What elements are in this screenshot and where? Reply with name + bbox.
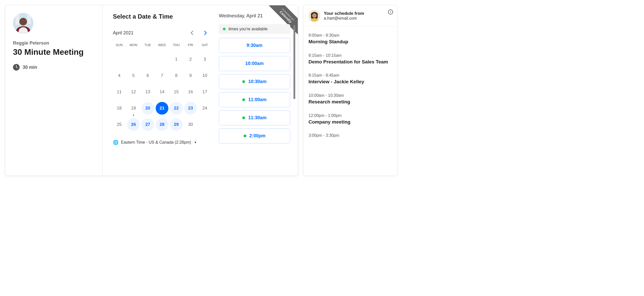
calendar-day: 1 xyxy=(170,53,183,66)
day-of-week-header: FRI xyxy=(184,41,197,50)
time-slot[interactable]: 10:00am xyxy=(219,56,290,71)
event-time: 9:00am - 9:30am xyxy=(308,33,392,38)
panel-title: Select a Date & Time xyxy=(113,13,211,20)
schedule-event: 9:15am - 9:45amInterview - Jackie Kelley xyxy=(308,69,392,89)
availability-hint: times you're available xyxy=(219,24,290,34)
time-slot-label: 10:00am xyxy=(245,61,264,66)
calendar-day: 25 xyxy=(113,118,126,131)
day-of-week-header: THU xyxy=(170,41,183,50)
calendar-day[interactable]: 27 xyxy=(141,118,154,131)
event-title: Demo Presentation for Sales Team xyxy=(308,59,392,65)
scrollbar-thumb[interactable] xyxy=(293,25,295,99)
available-dot-icon xyxy=(242,98,245,101)
caret-down-icon: ▼ xyxy=(194,141,197,144)
time-slot-label: 11:00am xyxy=(248,97,266,102)
calendar-day[interactable]: 26 xyxy=(127,118,140,131)
event-title: Research meeting xyxy=(308,99,392,105)
calendar-day: 6 xyxy=(141,69,154,82)
svg-rect-1 xyxy=(16,15,19,25)
time-slot[interactable]: 9:30am xyxy=(219,38,290,53)
avatar-icon xyxy=(13,13,33,33)
times-column: Wednesday, April 21 times you're availab… xyxy=(219,13,290,168)
availability-hint-label: times you're available xyxy=(229,27,267,31)
calendar-day: 11 xyxy=(113,86,126,98)
calendar-day: 3 xyxy=(198,53,211,66)
calendar-day: 7 xyxy=(156,69,168,82)
duration-label: 30 min xyxy=(23,65,37,70)
meeting-title: 30 Minute Meeting xyxy=(13,47,95,57)
day-of-week-header: SUN xyxy=(113,41,126,50)
calendar-day: 16 xyxy=(184,86,197,98)
calendar-day: 24 xyxy=(198,102,211,115)
calendar-day: 14 xyxy=(156,86,168,98)
schedule-event: 9:00am - 9:30amMorning Standup xyxy=(308,29,392,49)
schedule-event: 3:00pm - 3:30pm xyxy=(308,129,392,143)
duration-row: 30 min xyxy=(13,64,95,71)
calendar-day: 2 xyxy=(184,53,197,66)
calendar-day: 17 xyxy=(198,86,211,98)
calendar-day: 10 xyxy=(198,69,211,82)
chevron-left-icon xyxy=(190,31,193,35)
event-time: 10:00am - 10:30am xyxy=(308,93,392,98)
schedule-card: Your schedule from a.hart@email.com i 9:… xyxy=(303,5,397,176)
next-month-button[interactable] xyxy=(203,30,209,36)
available-dot-icon xyxy=(242,116,245,119)
info-icon[interactable]: i xyxy=(388,9,393,15)
calendar-day: 19 xyxy=(127,102,140,115)
calendar-day[interactable]: 28 xyxy=(156,118,168,131)
calendar-day[interactable]: 22 xyxy=(170,102,183,115)
svg-point-3 xyxy=(19,18,27,25)
time-slot[interactable]: 2:00pm xyxy=(219,128,290,143)
available-dot-icon xyxy=(244,134,246,137)
time-slot-list: 9:30am10:00am10:30am11:00am11:30am2:00pm xyxy=(219,38,290,143)
event-time: 3:00pm - 3:30pm xyxy=(308,133,392,138)
day-of-week-header: WED xyxy=(156,41,168,50)
calendar-day[interactable]: 21 xyxy=(156,102,168,115)
prev-month-button[interactable] xyxy=(189,30,195,36)
host-name: Reggie Peterson xyxy=(13,41,95,46)
host-avatar xyxy=(13,13,33,33)
calendar-day: 15 xyxy=(170,86,183,98)
schedule-event: 9:15am - 10:15amDemo Presentation for Sa… xyxy=(308,49,392,69)
schedule-event: 10:00am - 10:30amResearch meeting xyxy=(308,89,392,109)
event-time: 12:00pm - 1:00pm xyxy=(308,113,392,118)
schedule-header: Your schedule from a.hart@email.com i xyxy=(303,5,397,26)
calendar-day: 8 xyxy=(170,69,183,82)
meeting-info-panel: Reggie Peterson 30 Minute Meeting 30 min xyxy=(5,5,103,176)
calendar-day[interactable]: 29 xyxy=(170,118,183,131)
available-dot-icon xyxy=(223,28,225,30)
timezone-selector[interactable]: 🌐 Eastern Time - US & Canada (2:28pm) ▼ xyxy=(113,140,211,145)
svg-rect-2 xyxy=(27,14,31,24)
time-slot[interactable]: 11:30am xyxy=(219,110,290,125)
time-slot[interactable]: 10:30am xyxy=(219,74,290,89)
calendar-day: 4 xyxy=(113,69,126,82)
time-slot-label: 11:30am xyxy=(248,115,266,120)
schedule-event: 12:00pm - 1:00pmCompany meeting xyxy=(308,109,392,129)
calendar-day: 9 xyxy=(184,69,197,82)
time-slot-label: 9:30am xyxy=(247,43,262,48)
day-of-week-header: TUE xyxy=(141,41,154,50)
calendar-day[interactable]: 23 xyxy=(184,102,197,115)
event-time: 9:15am - 9:45am xyxy=(308,73,392,78)
day-of-week-header: MON xyxy=(127,41,140,50)
calendar-day: 13 xyxy=(141,86,154,98)
calendar-day: 12 xyxy=(127,86,140,98)
time-slot[interactable]: 11:00am xyxy=(219,92,290,107)
event-time: 9:15am - 10:15am xyxy=(308,53,392,58)
time-slot-label: 2:00pm xyxy=(249,133,265,139)
available-dot-icon xyxy=(242,80,245,83)
calendar-grid: SUNMONTUEWEDTHUFRISAT1234567891011121314… xyxy=(113,41,211,132)
schedule-event-list: 9:00am - 9:30amMorning Standup9:15am - 1… xyxy=(303,26,397,148)
calendar-day: 18 xyxy=(113,102,126,115)
clock-icon xyxy=(13,64,20,71)
event-title: Morning Standup xyxy=(308,39,392,45)
event-title: Interview - Jackie Kelley xyxy=(308,79,392,85)
time-slot-label: 10:30am xyxy=(248,79,266,84)
schedule-heading: Your schedule from xyxy=(324,11,364,16)
calendar-column: Select a Date & Time April 2021 SUNMONTU… xyxy=(113,13,211,168)
date-time-panel: POWERED BY Calendly Select a Date & Time… xyxy=(103,5,298,176)
chevron-right-icon xyxy=(204,31,207,35)
event-title: Company meeting xyxy=(308,119,392,125)
calendar-day[interactable]: 20 xyxy=(141,102,154,115)
selected-date-label: Wednesday, April 21 xyxy=(219,13,290,19)
